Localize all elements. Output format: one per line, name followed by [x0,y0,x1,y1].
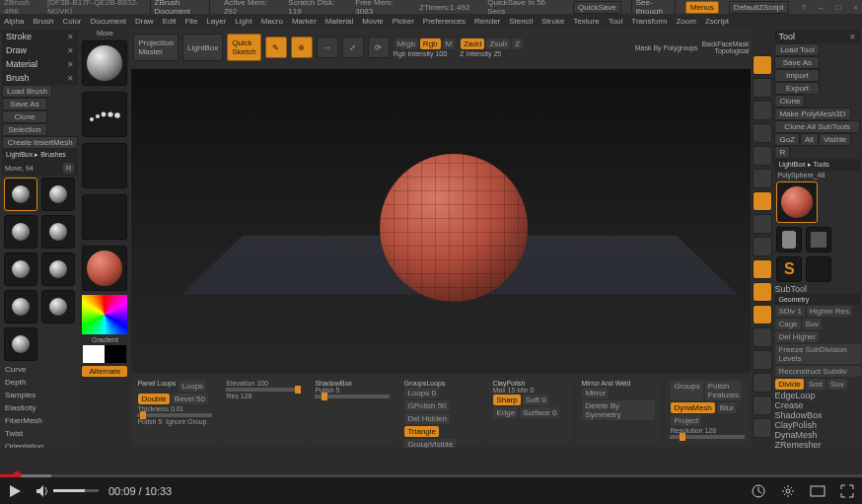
help-icon[interactable]: ? [802,3,806,12]
opt-samples[interactable]: Samples [2,389,78,401]
double-toggle[interactable]: Double [138,394,169,404]
rotate-view-icon[interactable] [753,305,772,324]
load-brush-button[interactable]: Load Brush [2,85,52,98]
create-insertmesh-button[interactable]: Create InsertMesh [2,136,78,149]
menu-light[interactable]: Light [235,17,251,26]
polyf-icon[interactable] [753,327,772,347]
sdiv-val[interactable]: SDiv 1 [775,306,805,317]
material-header[interactable]: Material✕ [2,57,78,71]
loops-val[interactable]: Loops [179,381,206,392]
menu-layer[interactable]: Layer [206,17,226,26]
persp-icon[interactable] [753,169,772,188]
actual-icon[interactable] [753,123,772,143]
bps-icon[interactable] [753,55,772,75]
texture-thumb[interactable] [82,194,127,240]
sec-dynamesh[interactable]: DynaMesh [774,430,860,440]
tool-thumb-cylinder[interactable] [776,227,802,252]
divide-button[interactable]: Divide [775,379,803,390]
subtool-section[interactable]: SubTool [774,284,860,294]
menu-edit[interactable]: Edit [163,17,177,26]
mirror-weld-label[interactable]: Mirror And Weld [581,380,656,387]
settings-button[interactable] [773,477,803,504]
thickness-slider[interactable] [137,413,212,417]
brush-header[interactable]: Brush✕ [2,71,78,85]
transp-icon[interactable] [753,350,772,370]
brush-thumb[interactable] [41,178,75,211]
zsub-toggle[interactable]: Zsub [486,38,510,49]
clone-tool-button[interactable]: Clone [774,95,805,108]
menus-button[interactable]: Menus [685,1,719,14]
tool-thumb-polymesh[interactable] [806,227,831,252]
load-tool-button[interactable]: Load Tool [774,43,820,56]
menu-material[interactable]: Material [325,17,353,26]
stroke-header[interactable]: Stroke✕ [2,30,78,43]
stroke-thumb[interactable] [82,92,127,137]
rotate-icon[interactable]: ⟳ [368,36,390,58]
project-toggle[interactable]: Project [671,415,701,426]
sec-claypolish[interactable]: ClayPolish [774,420,860,430]
mask-polygroups[interactable]: Mask By Polygroups [635,44,698,51]
menu-zoom[interactable]: Zoom [676,17,695,26]
del-hidden-button[interactable]: Del Hidden [404,413,450,424]
geometry-header[interactable]: Geometry [774,294,860,305]
dynamesh-res-slider[interactable] [670,435,745,439]
menu-alpha[interactable]: Alpha [4,17,24,26]
polysphere-mesh[interactable] [380,154,528,302]
tool-header[interactable]: Tool✕ [774,30,860,43]
smt-toggle[interactable]: Smt [806,379,826,390]
reconstruct-button[interactable]: Reconstruct Subdiv [775,366,861,377]
minimize-icon[interactable]: – [819,3,823,12]
backface-mask[interactable]: BackFaceMask [702,40,750,47]
delete-symmetry-button[interactable]: Delete By Symmetry [582,400,655,420]
suv-toggle[interactable]: Suv [803,319,823,329]
mirror-button[interactable]: Mirror [582,388,609,398]
max-val[interactable]: Max 15 [492,387,515,394]
sec-crease[interactable]: Crease [774,400,860,410]
suv2-toggle[interactable]: Suv [827,379,847,390]
shadowbox-label[interactable]: ShadowBox [315,380,390,387]
ignore-group[interactable]: Ignore Group [166,418,206,425]
soft-val[interactable]: Soft 0 [523,395,549,405]
export-button[interactable]: Export [774,82,820,95]
sharp-val[interactable]: Sharp [493,395,520,405]
menu-color[interactable]: Color [62,17,81,26]
theater-button[interactable] [803,477,832,504]
menu-movie[interactable]: Movie [362,17,383,26]
menu-transform[interactable]: Transform [631,17,667,26]
gradient-label[interactable]: Gradient [92,336,118,343]
menu-macro[interactable]: Macro [261,17,283,26]
menu-zscript[interactable]: Zscript [705,17,729,26]
zadd-toggle[interactable]: Zadd [461,38,484,49]
lightbox-button[interactable]: LightBox [182,34,223,61]
xpose-icon[interactable] [753,418,772,438]
alternate-button[interactable]: Alternate [82,366,127,377]
panel-loops-label[interactable]: Panel Loops [137,380,176,393]
ghost-icon[interactable] [753,373,772,393]
surface-val[interactable]: Surface 0 [520,407,559,418]
sec-shadowbox[interactable]: ShadowBox [774,410,860,420]
m-toggle[interactable]: M [443,38,456,49]
elevation-val[interactable]: Elevation 100 [226,380,301,387]
volume-slider[interactable] [53,489,99,492]
edit-icon[interactable]: ✎ [265,36,287,58]
menu-stroke[interactable]: Stroke [541,17,564,26]
save-tool-button[interactable]: Save As [774,56,820,69]
mrgb-toggle[interactable]: Mrgb [395,38,418,49]
draw-header[interactable]: Draw✕ [2,43,78,57]
color-swatches[interactable] [83,345,126,363]
groupsloops-label[interactable]: GroupsLoops [403,380,445,387]
fullscreen-button[interactable] [832,477,862,504]
tool-thumb-extra[interactable] [806,256,831,282]
aahalf-icon[interactable] [753,146,772,166]
projection-master-button[interactable]: Projection Master [133,34,179,61]
color-picker[interactable] [82,295,127,334]
menu-render[interactable]: Render [474,17,500,26]
opt-twist[interactable]: Twist [2,427,78,440]
brush-thumb[interactable] [41,290,75,324]
brush-thumb[interactable] [4,327,37,361]
opt-depth[interactable]: Depth [2,376,78,389]
scale-view-icon[interactable] [753,282,772,302]
quicksave-button[interactable]: QuickSave [573,1,621,14]
frame-icon[interactable] [753,237,772,256]
thickness-val[interactable]: Thickness 0.01 [137,405,212,412]
